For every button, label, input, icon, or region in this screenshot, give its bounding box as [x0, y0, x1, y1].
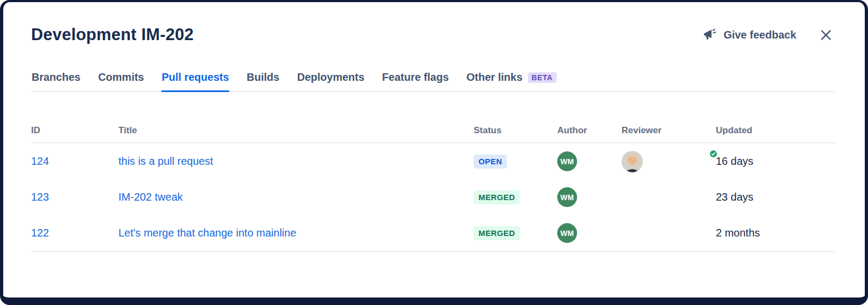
tab-commits[interactable]: Commits — [98, 71, 145, 91]
reviewer-avatar — [622, 151, 716, 172]
page-title: Development IM-202 — [31, 25, 193, 44]
author-avatar: WM — [557, 151, 577, 171]
column-header-title: Title — [118, 125, 474, 136]
check-icon — [709, 149, 718, 158]
table-body: 124 this is a pull request OPEN WM — [31, 143, 835, 252]
pr-title-link[interactable]: this is a pull request — [118, 155, 213, 167]
development-dialog: Development IM-202 Give feedback — [0, 0, 868, 305]
pr-title-link[interactable]: IM-202 tweak — [118, 191, 183, 203]
tab-branches[interactable]: Branches — [31, 71, 81, 91]
column-header-author: Author — [557, 125, 622, 136]
table-row: 122 Let's merge that change into mainlin… — [31, 215, 835, 251]
status-badge: MERGED — [474, 190, 520, 204]
give-feedback-label: Give feedback — [723, 29, 796, 41]
updated-cell: 2 months — [716, 227, 835, 239]
tab-other-links[interactable]: Other links BETA — [466, 71, 557, 91]
table-row: 123 IM-202 tweak MERGED WM 23 days — [31, 179, 835, 215]
column-header-id: ID — [31, 125, 118, 136]
close-icon — [819, 28, 833, 42]
give-feedback-button[interactable]: Give feedback — [702, 28, 796, 42]
author-avatar: WM — [557, 223, 577, 243]
megaphone-icon — [702, 28, 717, 42]
updated-cell: 23 days — [716, 191, 835, 203]
status-badge: MERGED — [474, 226, 520, 240]
tab-label: Feature flags — [382, 71, 448, 83]
tab-label: Builds — [246, 71, 279, 83]
pr-title-link[interactable]: Let's merge that change into mainline — [118, 227, 296, 239]
tab-label: Branches — [32, 71, 80, 83]
column-header-updated: Updated — [716, 125, 835, 136]
tab-label: Pull requests — [162, 71, 229, 83]
table-row: 124 this is a pull request OPEN WM — [31, 143, 835, 179]
status-badge: OPEN — [474, 155, 507, 169]
pr-id-link[interactable]: 124 — [31, 155, 49, 167]
beta-badge: BETA — [528, 72, 556, 83]
updated-cell: 16 days — [716, 155, 835, 167]
tab-label: Deployments — [297, 71, 364, 83]
close-button[interactable] — [817, 26, 835, 44]
tab-feature-flags[interactable]: Feature flags — [381, 71, 449, 91]
pr-id-link[interactable]: 122 — [31, 227, 49, 239]
table-header-row: ID Title Status Author Reviewer Updated — [31, 119, 835, 143]
column-header-reviewer: Reviewer — [622, 125, 716, 136]
tab-deployments[interactable]: Deployments — [296, 71, 365, 91]
dialog-header: Development IM-202 Give feedback — [31, 22, 835, 47]
tabs: Branches Commits Pull requests Builds De… — [31, 71, 835, 92]
column-header-status: Status — [474, 125, 557, 136]
tab-label: Other links — [467, 71, 522, 83]
pr-id-link[interactable]: 123 — [31, 191, 49, 203]
header-actions: Give feedback — [702, 26, 835, 44]
author-avatar: WM — [557, 187, 577, 207]
tab-builds[interactable]: Builds — [246, 71, 280, 91]
tab-label: Commits — [98, 71, 144, 83]
tab-pull-requests[interactable]: Pull requests — [161, 71, 230, 91]
pull-requests-table: ID Title Status Author Reviewer Updated … — [31, 119, 835, 252]
